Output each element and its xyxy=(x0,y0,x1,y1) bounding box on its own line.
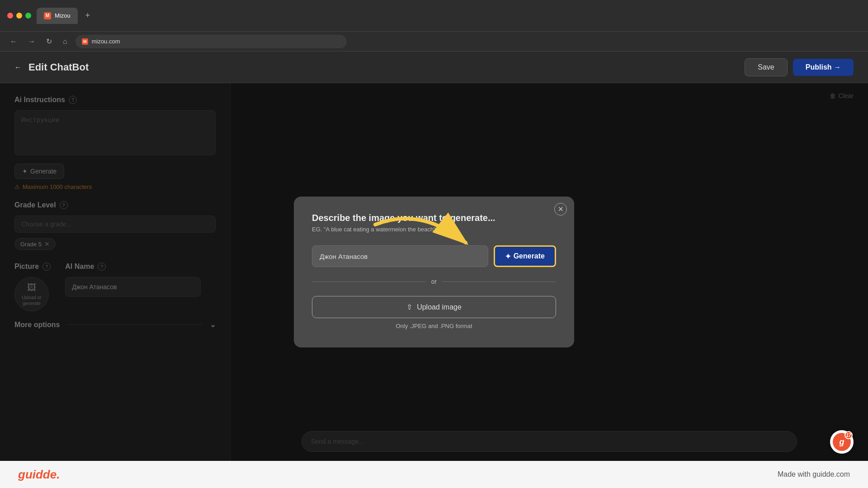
page-title: Edit ChatBot xyxy=(28,61,89,73)
nav-back-button[interactable]: ← xyxy=(7,36,20,47)
active-tab[interactable]: M Mizou xyxy=(37,8,78,24)
modal-subtitle: EG. "A blue cat eating a watermelon the … xyxy=(312,226,556,233)
publish-label: Publish → xyxy=(806,63,841,71)
address-text: mizou.com xyxy=(92,38,120,45)
tab-label: Mizou xyxy=(55,12,71,19)
header-actions: Save Publish → xyxy=(745,58,854,76)
nav-home-button[interactable]: ⌂ xyxy=(60,36,70,47)
modal-title: Describe the image you want to generate.… xyxy=(312,213,556,223)
made-with-text: Made with guidde.com xyxy=(778,470,850,479)
guidde-badge-letter: g xyxy=(840,437,844,447)
close-icon: ✕ xyxy=(558,205,564,213)
modal-text-input[interactable] xyxy=(312,245,488,267)
upload-format-note: Only .JPEG and .PNG format xyxy=(312,323,556,329)
modal-divider: or xyxy=(312,278,556,285)
tab-favicon: M xyxy=(44,12,51,19)
divider-line-left xyxy=(312,282,426,282)
guidde-footer: guidde. Made with guidde.com xyxy=(0,461,868,488)
app-header: ← Edit ChatBot Save Publish → xyxy=(0,52,868,83)
divider-or-text: or xyxy=(431,278,437,285)
generate-modal-label: Generate xyxy=(514,252,545,260)
modal-generate-button[interactable]: ✦ Generate xyxy=(494,245,556,267)
modal-close-button[interactable]: ✕ xyxy=(554,203,567,216)
guidde-logo: guidde. xyxy=(18,468,60,482)
traffic-light-fullscreen[interactable] xyxy=(25,13,31,19)
address-bar[interactable]: M mizou.com xyxy=(75,35,347,48)
traffic-light-minimize[interactable] xyxy=(16,13,22,19)
modal-input-row: ✦ Generate xyxy=(312,245,556,267)
browser-chrome: M Mizou + xyxy=(0,0,868,32)
address-bar-row: ← → ↻ ⌂ M mizou.com xyxy=(0,32,868,52)
save-button[interactable]: Save xyxy=(745,58,787,76)
publish-button[interactable]: Publish → xyxy=(793,59,854,76)
modal-overlay[interactable]: ✕ Describe the image you want to generat… xyxy=(0,83,868,461)
address-favicon: M xyxy=(82,38,88,45)
upload-image-button[interactable]: ⇧ Upload image xyxy=(312,296,556,318)
main-content: Ai Instructions ? ✦ Generate ⚠ Maximum 1… xyxy=(0,83,868,461)
guidde-badge-inner: g 17 xyxy=(833,433,851,451)
modal-dialog: ✕ Describe the image you want to generat… xyxy=(294,197,574,347)
sparkle-icon-modal: ✦ xyxy=(505,252,511,261)
guidde-badge-count: 17 xyxy=(844,431,853,439)
tab-bar: M Mizou + xyxy=(37,8,861,24)
guidde-badge[interactable]: g 17 xyxy=(830,430,854,454)
app-container: ← Edit ChatBot Save Publish → Ai Instruc… xyxy=(0,52,868,461)
traffic-light-close[interactable] xyxy=(7,13,13,19)
upload-label: Upload image xyxy=(417,303,462,311)
nav-forward-button[interactable]: → xyxy=(25,36,38,47)
new-tab-button[interactable]: + xyxy=(81,9,94,22)
divider-line-right xyxy=(442,282,556,282)
traffic-lights xyxy=(7,13,31,19)
back-arrow-icon: ← xyxy=(14,63,21,71)
upload-icon: ⇧ xyxy=(406,303,412,311)
nav-refresh-button[interactable]: ↻ xyxy=(43,35,55,47)
back-button[interactable]: ← xyxy=(14,63,21,71)
